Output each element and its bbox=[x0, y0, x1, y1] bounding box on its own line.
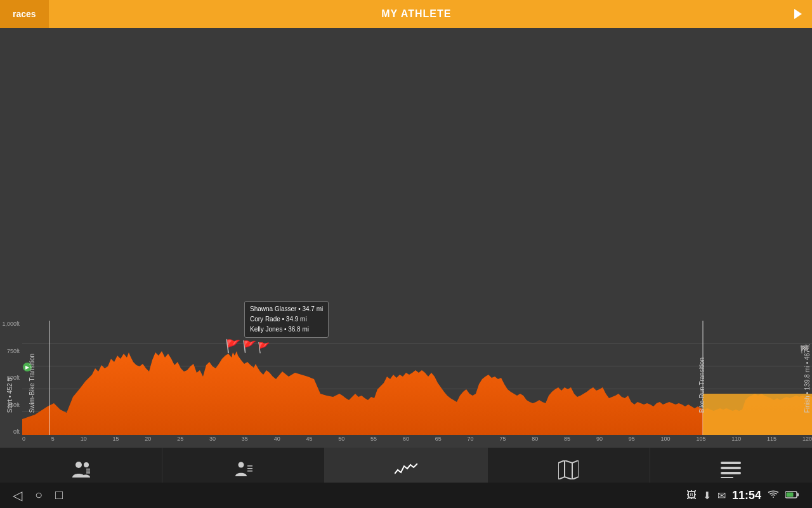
x-75: 75 bbox=[499, 436, 506, 446]
athletes-icon bbox=[71, 460, 91, 485]
svg-marker-13 bbox=[558, 460, 579, 479]
x-5: 5 bbox=[51, 436, 55, 446]
mail-icon: ✉ bbox=[717, 490, 726, 502]
svg-rect-8 bbox=[86, 472, 90, 474]
x-85: 85 bbox=[564, 436, 570, 446]
x-25: 25 bbox=[177, 436, 183, 446]
races-button[interactable]: races bbox=[0, 0, 49, 28]
svg-rect-7 bbox=[86, 471, 90, 472]
svg-rect-16 bbox=[721, 462, 741, 464]
svg-marker-0 bbox=[794, 9, 802, 19]
x-80: 80 bbox=[532, 436, 538, 446]
x-10: 10 bbox=[81, 436, 87, 446]
svg-rect-21 bbox=[797, 493, 799, 497]
x-90: 90 bbox=[596, 436, 603, 446]
x-15: 15 bbox=[112, 436, 119, 446]
athlete-markers-container: 🚩 🚩 🚩 Shawna Glasser • 34.7 mi Cory Rade… bbox=[225, 338, 270, 354]
x-30: 30 bbox=[209, 436, 216, 446]
athlete-marker-tooltip: Shawna Glasser • 34.7 mi Cory Rade • 34.… bbox=[244, 301, 329, 338]
next-button[interactable] bbox=[784, 0, 812, 28]
athlete-flag-1: 🚩 bbox=[225, 338, 241, 354]
status-right-area: 🖼 ⬇ ✉ 11:54 bbox=[686, 489, 799, 502]
x-65: 65 bbox=[435, 436, 442, 446]
x-60: 60 bbox=[403, 436, 409, 446]
y-label-0: 0ft bbox=[13, 429, 20, 435]
back-button[interactable]: ◁ bbox=[13, 488, 22, 503]
x-45: 45 bbox=[306, 436, 312, 446]
svg-rect-12 bbox=[247, 471, 252, 472]
bike-run-transition-label: Bike-Run Transition bbox=[698, 358, 705, 413]
finish-label: Finish • 139.8 mi • 467 ft bbox=[804, 344, 811, 413]
x-70: 70 bbox=[468, 436, 474, 446]
wifi-icon bbox=[768, 490, 779, 501]
stats-icon bbox=[233, 460, 254, 485]
main-area: 1,000ft 750ft 500ft 250ft 0ft bbox=[0, 28, 812, 448]
elevation-svg bbox=[22, 321, 812, 435]
x-100: 100 bbox=[661, 436, 671, 446]
svg-rect-11 bbox=[247, 468, 252, 469]
top-bar: races MY ATHLETE bbox=[0, 0, 812, 28]
battery-icon bbox=[785, 490, 799, 501]
athlete-2-label: Cory Rade • 34.9 mi bbox=[250, 314, 323, 324]
svg-point-4 bbox=[75, 462, 82, 468]
svg-point-9 bbox=[238, 462, 244, 467]
x-35: 35 bbox=[242, 436, 248, 446]
svg-rect-3 bbox=[703, 394, 812, 435]
svg-rect-6 bbox=[86, 469, 90, 470]
start-label: Start • 452 ft bbox=[6, 378, 13, 413]
download-icon: ⬇ bbox=[703, 490, 711, 502]
recents-button[interactable]: □ bbox=[55, 488, 63, 503]
x-50: 50 bbox=[338, 436, 344, 446]
status-bar: ◁ ○ □ 🖼 ⬇ ✉ 11:54 bbox=[0, 483, 812, 508]
x-110: 110 bbox=[731, 436, 741, 446]
x-axis: 0 5 10 15 20 25 30 35 40 45 50 55 60 65 … bbox=[22, 436, 812, 446]
svg-rect-22 bbox=[787, 493, 794, 497]
x-55: 55 bbox=[370, 436, 377, 446]
android-nav-buttons: ◁ ○ □ bbox=[13, 488, 63, 503]
home-button[interactable]: ○ bbox=[35, 488, 43, 503]
x-20: 20 bbox=[145, 436, 151, 446]
gallery-icon: 🖼 bbox=[686, 490, 697, 501]
y-label-750: 750ft bbox=[7, 348, 20, 354]
races-label: races bbox=[13, 9, 36, 19]
x-120: 120 bbox=[802, 436, 812, 446]
map-icon bbox=[558, 460, 579, 484]
svg-rect-10 bbox=[247, 465, 252, 467]
page-title: MY ATHLETE bbox=[49, 8, 784, 20]
svg-point-5 bbox=[84, 462, 89, 467]
svg-rect-17 bbox=[721, 467, 741, 469]
profile-icon bbox=[395, 461, 417, 483]
svg-rect-19 bbox=[721, 477, 733, 478]
extras-icon bbox=[721, 462, 741, 483]
status-time: 11:54 bbox=[732, 489, 761, 502]
x-40: 40 bbox=[274, 436, 280, 446]
athlete-3-label: Kelly Jones • 36.8 mi bbox=[250, 324, 323, 335]
swim-bike-transition-label: Swim-Bike Transition bbox=[29, 354, 36, 413]
x-95: 95 bbox=[629, 436, 635, 446]
svg-rect-18 bbox=[721, 472, 741, 474]
elevation-chart[interactable]: 1,000ft 750ft 500ft 250ft 0ft bbox=[0, 308, 812, 448]
x-105: 105 bbox=[696, 436, 705, 446]
athlete-flag-3: 🚩 bbox=[258, 342, 270, 354]
finish-icon: 🏁 bbox=[800, 345, 809, 354]
y-label-1000: 1,000ft bbox=[2, 321, 20, 327]
x-115: 115 bbox=[767, 436, 776, 446]
athlete-flag-2: 🚩 bbox=[242, 340, 256, 354]
athlete-1-label: Shawna Glasser • 34.7 mi bbox=[250, 304, 323, 314]
x-0: 0 bbox=[22, 436, 25, 446]
